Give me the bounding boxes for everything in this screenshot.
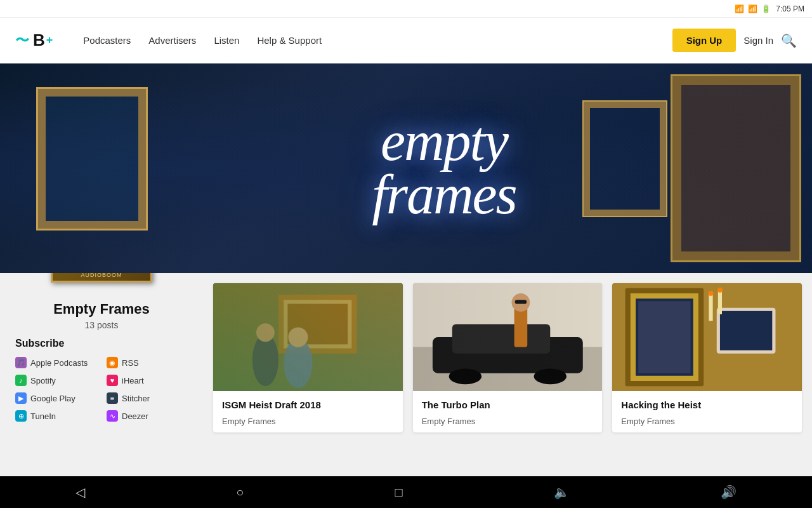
subscribe-apple[interactable]: 🎵 Apple Podcasts (15, 356, 96, 370)
svg-rect-24 (639, 301, 691, 373)
svg-point-17 (511, 293, 530, 312)
hero-title-text: empty frames (372, 115, 516, 221)
svg-rect-10 (413, 283, 603, 347)
google-icon: ▶ (15, 392, 27, 404)
sidebar-info: Empty Frames 13 posts Subscribe 🎵 Apple … (15, 301, 188, 423)
status-icons: 📶 📶 🔋 (735, 4, 771, 13)
podcast-posts: 13 posts (15, 320, 188, 330)
svg-rect-2 (278, 295, 357, 354)
android-nav: ◁ ○ □ 🔈 🔊 (0, 476, 812, 508)
signin-button[interactable]: Sign In (743, 35, 773, 46)
episode-thumb-3 (612, 283, 802, 391)
iheart-label: iHeart (122, 376, 144, 385)
subscribe-stitcher[interactable]: ≡ Stitcher (107, 391, 188, 405)
subscribe-deezer[interactable]: ∿ Deezer (107, 409, 188, 423)
hero-frame-right (672, 76, 799, 260)
nav-help-support[interactable]: Help & Support (257, 35, 322, 46)
episode-title-3: Hacking the Heist (621, 399, 793, 411)
subscribe-grid: 🎵 Apple Podcasts ◉ RSS ♪ Spotify ♥ iHear… (15, 356, 188, 423)
svg-rect-12 (433, 337, 583, 373)
svg-rect-28 (718, 291, 722, 314)
tunein-icon: ⊕ (15, 410, 27, 422)
search-button[interactable]: 🔍 (781, 33, 797, 48)
nav-links: Podcasters Advertisers Listen Help & Sup… (83, 35, 652, 46)
iheart-icon: ♥ (107, 375, 118, 386)
svg-rect-16 (514, 308, 527, 347)
volume-up-button[interactable]: 🔊 (721, 485, 737, 500)
svg-point-6 (256, 323, 275, 342)
episode-show-3: Empty Frames (621, 417, 793, 426)
status-bar: 📶 📶 🔋 7:05 PM (0, 0, 812, 18)
hero-title-line2: frames (372, 164, 516, 225)
svg-point-8 (288, 328, 308, 347)
svg-point-7 (284, 338, 312, 388)
subscribe-rss[interactable]: ◉ RSS (107, 356, 188, 370)
nav-listen[interactable]: Listen (214, 35, 239, 46)
episode-card-2[interactable]: The Turbo Plan Empty Frames (413, 283, 603, 432)
main-content: emptyframes AUDIOBOOM Empty Frames 13 po… (0, 273, 812, 508)
home-button[interactable]: ○ (236, 485, 244, 500)
episodes-grid: ISGM Heist Draft 2018 Empty Frames (213, 283, 802, 432)
battery-icon: 🔋 (761, 4, 771, 13)
nav-advertisers[interactable]: Advertisers (148, 35, 196, 46)
svg-rect-13 (452, 324, 549, 353)
subscribe-label: Subscribe (15, 338, 188, 349)
svg-point-5 (252, 334, 278, 386)
recent-button[interactable]: □ (395, 485, 402, 500)
subscribe-tunein[interactable]: ⊕ TuneIn (15, 409, 96, 423)
hero-title: empty frames (372, 115, 516, 221)
hero-banner: empty frames (0, 64, 812, 273)
google-label: Google Play (30, 394, 75, 403)
podcast-cover-badge: AUDIOBOOM (81, 273, 122, 278)
svg-rect-4 (287, 304, 348, 344)
rss-icon: ◉ (107, 357, 118, 368)
stitcher-icon: ≡ (107, 392, 118, 404)
nav-podcasters[interactable]: Podcasters (83, 35, 131, 46)
hero-frame-mid-right (584, 102, 666, 216)
status-time: 7:05 PM (776, 4, 804, 13)
subscribe-google[interactable]: ▶ Google Play (15, 391, 96, 405)
logo-plus-icon: + (46, 34, 53, 47)
hero-frame-left (38, 89, 146, 229)
svg-point-15 (534, 368, 566, 384)
signup-button[interactable]: Sign Up (672, 29, 737, 52)
svg-point-14 (449, 368, 481, 384)
episode-card-1[interactable]: ISGM Heist Draft 2018 Empty Frames (213, 283, 403, 432)
bluetooth-icon: 📶 (735, 4, 744, 13)
tunein-label: TuneIn (30, 411, 56, 421)
back-button[interactable]: ◁ (75, 485, 85, 500)
spotify-icon: ♪ (15, 375, 27, 386)
episode-thumb-2 (413, 283, 603, 391)
svg-rect-18 (514, 300, 527, 304)
stitcher-label: Stitcher (122, 394, 150, 403)
episode-title-1: ISGM Heist Draft 2018 (222, 399, 394, 411)
spotify-label: Spotify (30, 376, 56, 385)
svg-rect-27 (709, 295, 713, 321)
volume-down-button[interactable]: 🔈 (554, 485, 570, 500)
svg-rect-26 (720, 311, 772, 351)
subscribe-iheart[interactable]: ♥ iHeart (107, 373, 188, 387)
episode-show-1: Empty Frames (222, 417, 394, 426)
logo-wave-icon: 〜 (15, 31, 29, 50)
logo[interactable]: 〜 B + (15, 30, 53, 50)
wifi-icon: 📶 (748, 4, 757, 13)
subscribe-spotify[interactable]: ♪ Spotify (15, 373, 96, 387)
svg-rect-0 (213, 283, 403, 391)
nav-actions: Sign Up Sign In 🔍 (672, 29, 797, 52)
svg-point-29 (709, 291, 714, 296)
logo-letter: B (33, 30, 45, 50)
episode-show-2: Empty Frames (422, 417, 594, 426)
svg-rect-9 (413, 283, 603, 391)
episode-thumb-1 (213, 283, 403, 391)
apple-label: Apple Podcasts (30, 358, 88, 368)
svg-point-30 (717, 288, 723, 293)
podcast-name: Empty Frames (15, 301, 188, 318)
svg-rect-3 (284, 300, 351, 348)
svg-rect-1 (213, 283, 403, 391)
apple-icon: 🎵 (15, 357, 27, 368)
episodes-area: ISGM Heist Draft 2018 Empty Frames (203, 273, 812, 508)
hero-title-line1: empty (381, 110, 508, 172)
deezer-label: Deezer (122, 411, 148, 421)
episode-card-3[interactable]: Hacking the Heist Empty Frames (612, 283, 802, 432)
svg-rect-11 (413, 347, 603, 391)
